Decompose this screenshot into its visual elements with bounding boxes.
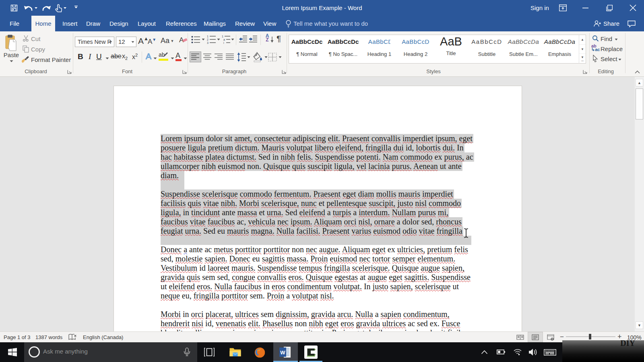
svg-text:i: i xyxy=(223,41,224,44)
svg-text:W: W xyxy=(280,350,285,356)
svg-text:1: 1 xyxy=(222,35,223,38)
svg-text:a: a xyxy=(223,38,225,41)
svg-text:1: 1 xyxy=(207,35,208,38)
svg-text:2: 2 xyxy=(207,38,208,41)
svg-text:3: 3 xyxy=(207,41,208,44)
